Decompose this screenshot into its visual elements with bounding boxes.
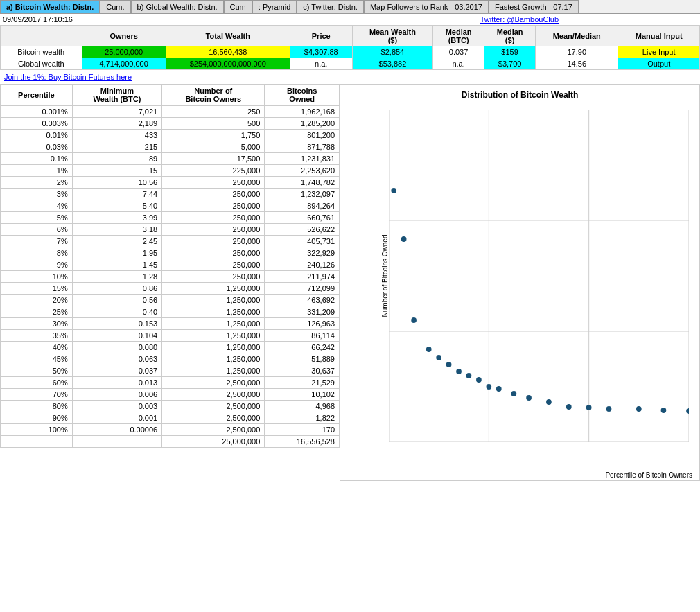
table-row: 100%0.000062,500,000170 xyxy=(1,424,340,436)
svg-point-32 xyxy=(606,406,612,412)
stats-total-bitcoin: 16,560,438 xyxy=(166,46,290,58)
chart-wrapper: Distribution of Bitcoin Wealth Number of… xyxy=(340,84,700,481)
table-row: 6%3.18250,000526,622 xyxy=(1,224,340,236)
stats-header-manual-input: Manual Input xyxy=(618,26,700,46)
col-header-min-wealth: MinimumWealth (BTC) xyxy=(72,85,161,106)
table-row: 25%0.401,250,000331,209 xyxy=(1,306,340,318)
table-row: 5%3.99250,000660,761 xyxy=(1,212,340,224)
svg-point-26 xyxy=(496,386,502,392)
stats-owners-bitcoin: 25,000,000 xyxy=(82,46,166,58)
stats-header-mean-wealth: Mean Wealth($) xyxy=(352,26,432,46)
data-table: Percentile MinimumWealth (BTC) Number of… xyxy=(0,84,340,448)
table-row: 10%1.28250,000211,974 xyxy=(1,271,340,283)
table-row: 60%0.0132,500,00021,529 xyxy=(1,377,340,389)
datetime: 09/09/2017 17:10:16 xyxy=(3,15,73,24)
svg-point-16 xyxy=(391,188,396,193)
chart-title: Distribution of Bitcoin Wealth xyxy=(340,85,699,103)
footer-total-owners: 25,000,000 xyxy=(162,436,265,448)
data-table-wrapper: Percentile MinimumWealth (BTC) Number of… xyxy=(0,84,340,481)
y-axis-label: Number of Bitcoins Owned xyxy=(381,235,389,317)
stats-price-bitcoin: $4,307.88 xyxy=(290,46,352,58)
tab-bar: a) Bitcoin Wealth: Distn. Cum. b) Global… xyxy=(0,0,700,14)
stats-label-bitcoin: Bitcoin wealth xyxy=(1,46,82,58)
svg-point-21 xyxy=(446,362,452,367)
stats-output: Output xyxy=(618,58,700,70)
tab-cum1[interactable]: Cum. xyxy=(100,0,130,13)
stats-header-owners: Owners xyxy=(82,26,166,46)
table-row: 80%0.0032,500,0004,968 xyxy=(1,401,340,412)
col-header-percentile: Percentile xyxy=(1,85,73,106)
tab-bitcoin-wealth-distn[interactable]: a) Bitcoin Wealth: Distn. xyxy=(0,0,100,13)
stats-live-input: Live Input xyxy=(618,46,700,58)
stats-median-usd-bitcoin: $159 xyxy=(484,46,536,58)
svg-point-23 xyxy=(466,373,472,378)
twitter-link[interactable]: Twitter: @BambouClub xyxy=(480,15,559,24)
stats-header-price: Price xyxy=(290,26,352,46)
svg-point-34 xyxy=(661,408,667,413)
join-link[interactable]: Join the 1%: Buy Bitcoin Futures here xyxy=(0,70,700,84)
table-row: 35%0.1041,250,00086,114 xyxy=(1,330,340,342)
tab-global-wealth-distn[interactable]: b) Global Wealth: Distn. xyxy=(131,0,224,13)
table-row: 30%0.1531,250,000126,963 xyxy=(1,318,340,330)
footer-total-bitcoins: 16,556,528 xyxy=(265,436,340,448)
header-row: 09/09/2017 17:10:16 Twitter: @BambouClub xyxy=(0,14,700,26)
svg-point-19 xyxy=(426,347,432,352)
tab-cum2[interactable]: Cum xyxy=(224,0,252,13)
table-row: 40%0.0801,250,00066,242 xyxy=(1,342,340,353)
table-row: 50%0.0371,250,00030,637 xyxy=(1,365,340,377)
main-content: Percentile MinimumWealth (BTC) Number of… xyxy=(0,84,700,481)
stats-header-total-wealth: Total Wealth xyxy=(166,26,290,46)
footer-cell-1 xyxy=(1,436,73,448)
svg-point-30 xyxy=(566,404,572,410)
svg-point-20 xyxy=(436,355,441,360)
stats-median-btc-bitcoin: 0.037 xyxy=(433,46,484,58)
svg-point-29 xyxy=(546,399,552,405)
col-header-bitcoins-owned: BitcoinsOwned xyxy=(265,85,340,106)
stats-price-global: n.a. xyxy=(290,58,352,70)
table-row: 3%7.44250,0001,232,097 xyxy=(1,189,340,200)
svg-point-17 xyxy=(401,236,407,242)
stats-table: Owners Total Wealth Price Mean Wealth($)… xyxy=(0,26,700,70)
col-header-num-owners: Number ofBitcoin Owners xyxy=(162,85,265,106)
stats-mean-median-bitcoin: 17.90 xyxy=(536,46,618,58)
stats-header-label xyxy=(1,26,82,46)
tab-map-followers[interactable]: Map Followers to Rank - 03.2017 xyxy=(364,0,489,13)
table-row: 0.03%2155,000871,788 xyxy=(1,141,340,153)
table-row: 0.01%4331,750801,200 xyxy=(1,130,340,141)
svg-point-31 xyxy=(586,405,592,410)
tab-pyramid[interactable]: : Pyramid xyxy=(252,0,297,13)
table-row: 15%0.861,250,000712,099 xyxy=(1,283,340,295)
stats-row-global: Global wealth 4,714,000,000 $254,000,000… xyxy=(1,58,700,70)
table-row: 70%0.0062,500,00010,102 xyxy=(1,389,340,401)
stats-mean-median-global: 14.56 xyxy=(536,58,618,70)
table-row: 7%2.45250,000405,731 xyxy=(1,236,340,247)
stats-owners-global: 4,714,000,000 xyxy=(82,58,166,70)
stats-row-bitcoin: Bitcoin wealth 25,000,000 16,560,438 $4,… xyxy=(1,46,700,58)
svg-point-24 xyxy=(476,377,482,383)
table-row: 9%1.45250,000240,126 xyxy=(1,259,340,271)
table-row: 1%15225,0002,253,620 xyxy=(1,165,340,177)
table-row: 0.1%8917,5001,231,831 xyxy=(1,153,340,165)
x-axis-title: Percentile of Bitcoin Owners xyxy=(340,470,699,480)
svg-point-27 xyxy=(511,391,517,396)
svg-point-33 xyxy=(636,406,642,412)
stats-median-usd-global: $3,700 xyxy=(484,58,536,70)
stats-header-mean-median: Mean/Median xyxy=(536,26,618,46)
table-row: 20%0.561,250,000463,692 xyxy=(1,295,340,306)
table-row: 8%1.95250,000322,929 xyxy=(1,247,340,259)
tab-twitter-distn[interactable]: c) Twitter: Distn. xyxy=(297,0,364,13)
footer-cell-2 xyxy=(72,436,161,448)
stats-median-btc-global: n.a. xyxy=(433,58,484,70)
svg-point-18 xyxy=(411,317,417,323)
table-row: 4%5.40250,000894,264 xyxy=(1,200,340,212)
stats-mean-global: $53,882 xyxy=(352,58,432,70)
table-row: 2%10.56250,0001,748,782 xyxy=(1,177,340,189)
table-row: 90%0.0012,500,0001,822 xyxy=(1,412,340,424)
table-row: 0.001%7,0212501,962,168 xyxy=(1,106,340,118)
tab-fastest-growth[interactable]: Fastest Growth - 07.17 xyxy=(489,0,579,13)
svg-point-25 xyxy=(486,384,491,390)
data-table-footer-row: 25,000,000 16,556,528 xyxy=(1,436,340,448)
stats-header-median-usd: Median($) xyxy=(484,26,536,46)
stats-total-global: $254,000,000,000,000 xyxy=(166,58,290,70)
stats-header-median-btc: Median(BTC) xyxy=(433,26,484,46)
